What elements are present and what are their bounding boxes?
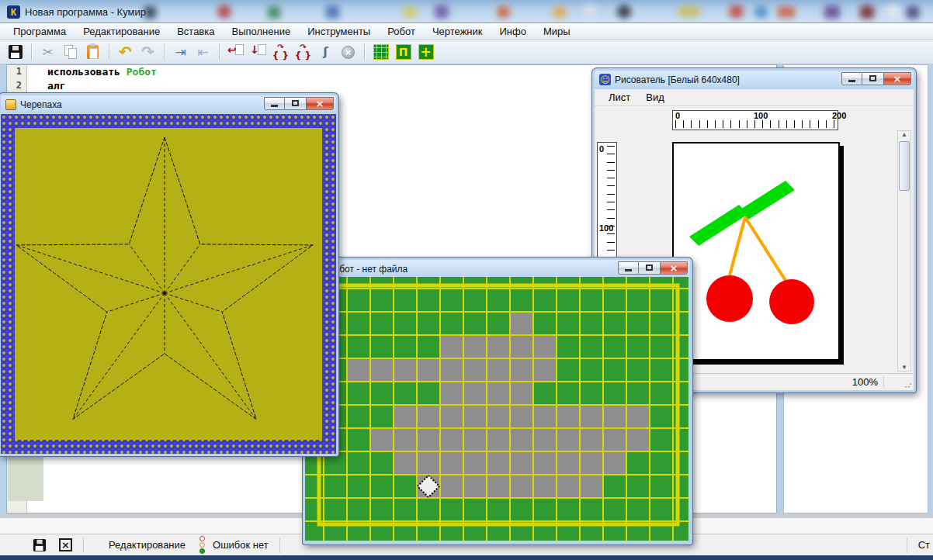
indent-icon: ⇥ [175, 46, 186, 59]
insert-alg-button[interactable]: ↓ [248, 42, 269, 62]
unindent-icon: ⇤ [197, 46, 208, 59]
painter-page[interactable] [672, 142, 840, 361]
scroll-up-icon[interactable]: ▲ [901, 131, 907, 138]
copy-icon [68, 48, 77, 59]
robot-window[interactable]: Робот - нет файла × [303, 258, 692, 544]
close-button[interactable]: × [660, 261, 688, 275]
main-window-title: Новая программа - Кумир [25, 6, 146, 18]
line-number: 1 [7, 65, 26, 79]
paste-icon [87, 45, 99, 59]
main-titlebar[interactable]: К Новая программа - Кумир [0, 0, 933, 23]
kumir-screen: К Новая программа - Кумир ПрограммаРедак… [0, 0, 933, 560]
undo-button[interactable]: ↶ [115, 42, 136, 62]
turtle-window-title: Черепаха [20, 99, 62, 110]
indent-button[interactable]: ⇥ [170, 42, 191, 62]
minimize-button[interactable] [264, 97, 285, 110]
robot-field-icon [373, 44, 389, 60]
painter-window-icon: ☺ [599, 74, 611, 85]
minimize-button[interactable] [618, 261, 639, 275]
status-errors-label: Ошибок нет [213, 539, 269, 551]
painter-menu-item-1[interactable]: Лист [601, 90, 638, 105]
save-button[interactable] [5, 42, 26, 62]
maximize-button[interactable] [862, 72, 883, 85]
turtle-star-drawing [15, 128, 322, 440]
stop-button[interactable]: × [338, 42, 359, 62]
minimize-button[interactable] [841, 72, 862, 85]
window-bottom-frame [0, 555, 933, 560]
loop-braces-icon: ↷{ } [272, 43, 289, 60]
insert-usage-button[interactable]: ↩ [225, 42, 246, 62]
painter-window-title: Рисователь [Белый 640x480] [615, 74, 740, 85]
status-close-icon[interactable]: × [59, 538, 72, 551]
close-button[interactable]: × [306, 97, 334, 110]
maximize-button[interactable] [639, 261, 660, 275]
scroll-down-icon[interactable]: ▼ [901, 364, 907, 371]
line-number: 2 [7, 79, 26, 93]
redo-button[interactable]: ↷ [137, 42, 158, 62]
code-token: алг [47, 80, 65, 92]
turtle-titlebar[interactable]: Черепаха × [1, 95, 336, 112]
robot-field[interactable] [305, 277, 688, 541]
robot-field-grid [305, 277, 688, 541]
main-toolbar: ✂↶↷⇥⇤↩↓↷{ }↷{ }ʃ×П+ [0, 40, 933, 64]
separator [907, 538, 907, 553]
unindent-button[interactable]: ⇤ [192, 42, 213, 62]
maximize-button[interactable] [285, 97, 306, 110]
menu-item-9[interactable]: Миры [535, 23, 579, 40]
editor-margin-highlight [8, 457, 43, 501]
resize-grip[interactable] [904, 381, 912, 389]
code-token: использовать [47, 66, 127, 78]
painter-titlebar[interactable]: ☺ Рисователь [Белый 640x480] × [595, 71, 914, 88]
menu-item-1[interactable]: Программа [5, 23, 75, 40]
undo-icon: ↶ [119, 44, 132, 60]
horizontal-ruler: 0100200 [672, 110, 838, 130]
menu-item-2[interactable]: Редактирование [75, 23, 168, 40]
toolbar-separator [109, 43, 109, 60]
close-button[interactable]: × [883, 72, 911, 85]
h-ruler-label: 200 [832, 111, 846, 120]
code-line-2[interactable]: алг [47, 79, 157, 93]
code-line-1[interactable]: использовать Робот [47, 65, 157, 79]
painter-menubar: ЛистВид [595, 89, 914, 106]
toolbar-separator [164, 43, 165, 60]
menu-item-8[interactable]: Инфо [491, 23, 534, 40]
cut-button[interactable]: ✂ [37, 42, 58, 62]
separator [279, 538, 280, 553]
menu-item-4[interactable]: Выполнение [223, 23, 299, 40]
show-drawer-window-button[interactable]: П [393, 42, 414, 62]
drawer-field-icon: П [396, 44, 411, 60]
turtle-window-icon [5, 99, 16, 110]
painter-scrollbar[interactable]: ▲ ▼ [897, 130, 911, 372]
v-ruler-label: 100 [599, 223, 613, 233]
robot-titlebar[interactable]: Робот - нет файла × [305, 260, 690, 277]
turtle-window[interactable]: Черепаха × [0, 93, 338, 456]
status-save-icon[interactable] [33, 538, 46, 551]
scrollbar-thumb[interactable] [899, 141, 910, 191]
turtle-canvas-border [1, 114, 336, 454]
code-token: Робот [127, 66, 157, 78]
insert-loop-button[interactable]: ↷{ } [270, 42, 291, 62]
kumir-app-icon: К [7, 5, 20, 19]
insert-condition-button[interactable]: ↷{ } [293, 42, 314, 62]
h-ruler-label: 0 [675, 111, 680, 120]
show-robot-window-button[interactable] [370, 42, 391, 62]
redo-icon: ↷ [141, 44, 154, 60]
turtle-field-icon: + [418, 44, 434, 60]
painter-menu-item-2[interactable]: Вид [638, 90, 672, 105]
cond-braces-icon: { } [295, 51, 311, 60]
show-turtle-window-button[interactable]: + [415, 42, 436, 62]
cond-braces-icon: ↷{ } [295, 43, 311, 60]
status-right-label: Ст [918, 539, 930, 551]
menu-item-5[interactable]: Инструменты [299, 23, 379, 40]
copy-button[interactable] [60, 42, 81, 62]
menu-item-7[interactable]: Чертежник [424, 23, 491, 40]
insert-usage-icon: ↩ [227, 44, 237, 55]
separator [83, 538, 84, 553]
traffic-light-icon [199, 536, 205, 554]
turtle-canvas[interactable] [15, 128, 322, 440]
menu-item-3[interactable]: Вставка [168, 23, 223, 40]
menu-item-6[interactable]: Робот [379, 23, 424, 40]
paste-button[interactable] [82, 42, 103, 62]
step-button[interactable]: ʃ [315, 42, 336, 62]
toolbar-separator [364, 43, 365, 60]
